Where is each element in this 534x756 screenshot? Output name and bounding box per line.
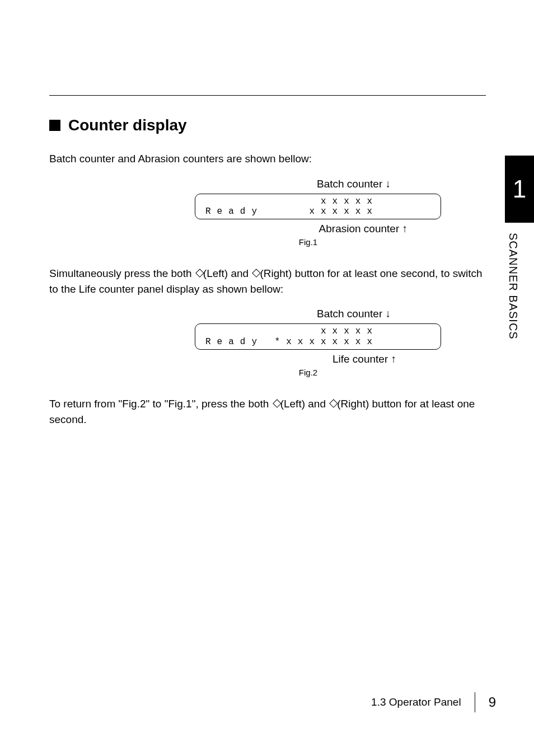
chapter-tab: 1	[505, 156, 534, 223]
heading-row: Counter display	[49, 116, 486, 134]
heading-text: Counter display	[68, 116, 187, 134]
heading-bullet-icon	[49, 120, 60, 131]
fig1-top-label: Batch counter ↓	[195, 178, 441, 190]
fig1-bottom-label: Abrasion counter ↑	[195, 223, 441, 235]
paragraph-1: Batch counter and Abrasion counters are …	[49, 151, 486, 167]
footer-divider	[475, 692, 475, 712]
fig2-top-label: Batch counter ↓	[195, 308, 441, 320]
fig1-caption: Fig.1	[195, 237, 441, 247]
fig2-block: Batch counter ↓ xxxxx Ready *xxxxxxxx Li…	[195, 308, 441, 377]
paragraph-2: Simultaneously press the both (Left) and…	[49, 266, 486, 297]
fig2-bottom-label: Life counter ↑	[195, 353, 441, 365]
fig2-lcd: xxxxx Ready *xxxxxxxx	[195, 323, 441, 350]
fig1-block: Batch counter ↓ xxxxx Ready xxxxxx Abras…	[195, 178, 441, 247]
paragraph-3: To return from "Fig.2" to "Fig.1", press…	[49, 396, 486, 427]
chapter-number: 1	[513, 175, 526, 203]
chapter-title: SCANNER BASICS	[507, 233, 519, 340]
fig2-caption: Fig.2	[195, 368, 441, 377]
footer: 1.3 Operator Panel 9	[371, 692, 496, 712]
page-number: 9	[489, 694, 496, 710]
footer-section-text: 1.3 Operator Panel	[371, 696, 461, 708]
fig1-lcd: xxxxx Ready xxxxxx	[195, 194, 441, 220]
